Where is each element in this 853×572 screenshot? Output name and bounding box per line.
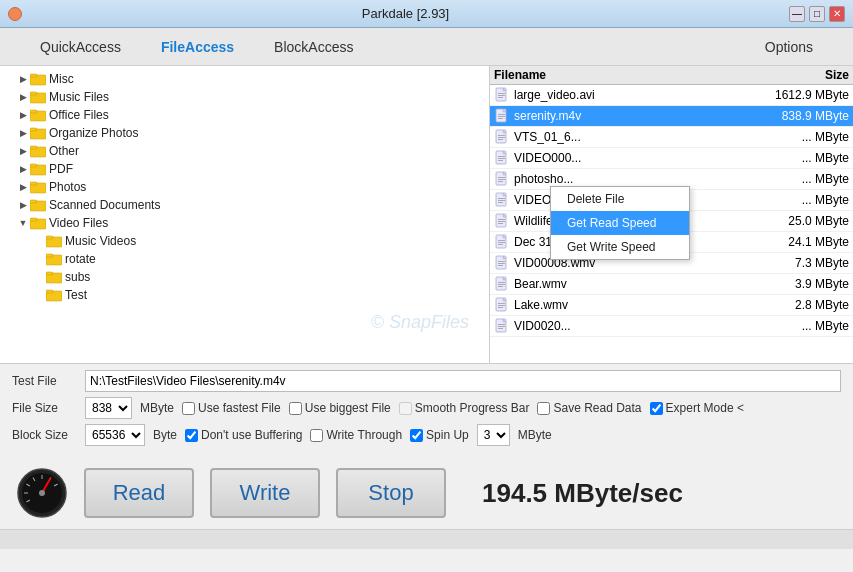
tree-item[interactable]: ▶ PDF [0, 160, 489, 178]
title-bar: Parkdale [2.93] — □ ✕ [0, 0, 853, 28]
svg-rect-29 [498, 95, 505, 96]
file-row[interactable]: Bear.wmv3.9 MByte [490, 274, 853, 295]
tree-item[interactable]: Music Videos [0, 232, 489, 250]
tree-item[interactable]: subs [0, 268, 489, 286]
speed-display: 194.5 MByte/sec [482, 478, 683, 509]
save-read-checkbox[interactable] [537, 402, 550, 415]
file-icon [494, 150, 510, 166]
stop-button[interactable]: Stop [336, 468, 446, 518]
title-bar-title: Parkdale [2.93] [22, 6, 789, 21]
file-size: ... MByte [749, 319, 849, 333]
svg-rect-34 [498, 116, 505, 117]
svg-rect-74 [498, 284, 505, 285]
context-menu-item[interactable]: Get Write Speed [551, 235, 689, 259]
write-through-label: Write Through [326, 428, 402, 442]
smooth-progress-checkbox-label[interactable]: Smooth Progress Bar [399, 401, 530, 415]
menu-blockaccess[interactable]: BlockAccess [254, 33, 373, 61]
svg-rect-21 [46, 254, 53, 257]
save-read-label: Save Read Data [553, 401, 641, 415]
file-name: Lake.wmv [514, 298, 749, 312]
use-biggest-checkbox[interactable] [289, 402, 302, 415]
smooth-progress-checkbox[interactable] [399, 402, 412, 415]
file-row[interactable]: large_video.avi1612.9 MByte [490, 85, 853, 106]
tree-label: Video Files [49, 216, 108, 230]
block-size-select[interactable]: 65536 [85, 424, 145, 446]
context-menu-item[interactable]: Get Read Speed [551, 211, 689, 235]
svg-rect-83 [498, 324, 505, 325]
tree-label: Test [65, 288, 87, 302]
svg-rect-38 [498, 135, 505, 136]
svg-rect-53 [498, 198, 505, 199]
svg-rect-55 [498, 202, 503, 203]
no-buffer-checkbox[interactable] [185, 429, 198, 442]
file-size-unit: MByte [140, 401, 174, 415]
minimize-button[interactable]: — [789, 6, 805, 22]
use-biggest-checkbox-label[interactable]: Use biggest File [289, 401, 391, 415]
use-fastest-checkbox[interactable] [182, 402, 195, 415]
svg-rect-23 [46, 272, 53, 275]
file-row[interactable]: VIDEO000...... MByte [490, 148, 853, 169]
menu-quickaccess[interactable]: QuickAccess [20, 33, 141, 61]
bottom-area: Test File File Size 838 MByte Use fastes… [0, 364, 853, 457]
test-file-input[interactable] [85, 370, 841, 392]
svg-rect-5 [30, 110, 37, 113]
menu-options[interactable]: Options [745, 33, 833, 61]
write-through-checkbox[interactable] [310, 429, 323, 442]
file-size: ... MByte [749, 172, 849, 186]
file-size: ... MByte [749, 151, 849, 165]
tree-item[interactable]: ▶ Music Files [0, 88, 489, 106]
save-read-checkbox-label[interactable]: Save Read Data [537, 401, 641, 415]
svg-rect-15 [30, 200, 37, 203]
svg-rect-13 [30, 182, 37, 185]
file-row[interactable]: serenity.m4v838.9 MByte [490, 106, 853, 127]
tree-item[interactable]: Test [0, 286, 489, 304]
tree-item[interactable]: ▶ Organize Photos [0, 124, 489, 142]
no-buffer-checkbox-label[interactable]: Don't use Buffering [185, 428, 302, 442]
file-row[interactable]: VTS_01_6...... MByte [490, 127, 853, 148]
read-button[interactable]: Read [84, 468, 194, 518]
tree-item[interactable]: ▼ Video Files [0, 214, 489, 232]
svg-rect-73 [498, 282, 505, 283]
write-through-checkbox-label[interactable]: Write Through [310, 428, 402, 442]
context-menu-item[interactable]: Delete File [551, 187, 689, 211]
tree-item[interactable]: ▶ Photos [0, 178, 489, 196]
tree-item[interactable]: ▶ Office Files [0, 106, 489, 124]
spin-value-select[interactable]: 3 [477, 424, 510, 446]
tree-item[interactable]: ▶ Scanned Documents [0, 196, 489, 214]
file-icon [494, 87, 510, 103]
tree-label: Music Files [49, 90, 109, 104]
speedometer-icon [16, 467, 68, 519]
spin-up-checkbox-label[interactable]: Spin Up [410, 428, 469, 442]
svg-rect-35 [498, 118, 503, 119]
spin-up-checkbox[interactable] [410, 429, 423, 442]
use-fastest-checkbox-label[interactable]: Use fastest File [182, 401, 281, 415]
tree-item[interactable]: ▶ Misc [0, 70, 489, 88]
expert-mode-checkbox[interactable] [650, 402, 663, 415]
folder-icon [46, 269, 62, 285]
svg-rect-64 [498, 242, 505, 243]
file-name: large_video.avi [514, 88, 749, 102]
file-name: photosho... [514, 172, 749, 186]
file-list-panel: Filename Size large_video.avi1612.9 MByt… [490, 66, 853, 363]
svg-rect-9 [30, 146, 37, 149]
file-size: 1612.9 MByte [749, 88, 849, 102]
tree-label: subs [65, 270, 90, 284]
maximize-button[interactable]: □ [809, 6, 825, 22]
expert-mode-checkbox-label[interactable]: Expert Mode < [650, 401, 744, 415]
spin-unit: MByte [518, 428, 552, 442]
file-icon [494, 318, 510, 334]
tree-label: Organize Photos [49, 126, 138, 140]
folder-icon [30, 89, 46, 105]
file-row[interactable]: VID0020...... MByte [490, 316, 853, 337]
folder-icon [30, 71, 46, 87]
menu-fileaccess[interactable]: FileAccess [141, 33, 254, 61]
main-content: © SnapFiles ▶ Misc▶ Music Files▶ Office … [0, 66, 853, 364]
svg-rect-3 [30, 92, 37, 95]
write-button[interactable]: Write [210, 468, 320, 518]
tree-item[interactable]: ▶ Other [0, 142, 489, 160]
tree-item[interactable]: rotate [0, 250, 489, 268]
file-size-select[interactable]: 838 [85, 397, 132, 419]
file-row[interactable]: Lake.wmv2.8 MByte [490, 295, 853, 316]
close-button[interactable]: ✕ [829, 6, 845, 22]
svg-rect-79 [498, 305, 505, 306]
